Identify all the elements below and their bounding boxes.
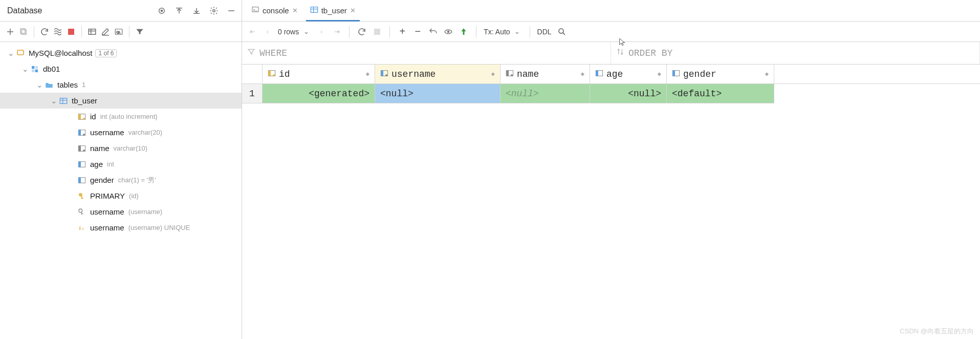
column-header-age[interactable]: age◆ (590, 65, 667, 83)
table-view-icon[interactable] (87, 27, 97, 37)
query-console-icon[interactable]: QL (114, 27, 124, 37)
add-row-icon[interactable]: + (397, 27, 407, 37)
svg-point-2 (213, 9, 215, 12)
svg-rect-9 (32, 66, 34, 69)
tree-key-index[interactable]: username (username) (0, 204, 242, 220)
dropdown-icon[interactable]: ⌄ (301, 27, 311, 37)
stop-icon[interactable] (66, 27, 76, 37)
ddl-button[interactable]: DDL (537, 28, 552, 36)
refresh-schema-icon[interactable] (53, 27, 63, 37)
orderby-filter[interactable]: ORDER BY (611, 42, 980, 64)
tree-schema[interactable]: ⌄ db01 (0, 61, 242, 77)
svg-text:U: U (82, 227, 84, 230)
column-icon (595, 69, 603, 79)
prev-page-icon[interactable]: ‹ (263, 27, 273, 37)
refresh-icon[interactable] (39, 27, 50, 37)
svg-rect-11 (32, 69, 34, 72)
folder-icon (44, 81, 54, 89)
svg-rect-8 (17, 50, 24, 55)
svg-rect-18 (78, 130, 81, 135)
table-icon (310, 6, 318, 15)
tree-key-unique[interactable]: iU username (username) UNIQUE (0, 220, 242, 236)
pk-column-icon (77, 113, 87, 120)
row-number-header (242, 65, 263, 83)
submit-icon[interactable] (459, 27, 469, 37)
cell-id[interactable]: <generated> (263, 84, 375, 103)
sidebar-toolbar: QL (0, 22, 242, 42)
collapse-bottom-icon[interactable] (191, 6, 202, 16)
column-icon (77, 161, 87, 168)
first-page-icon[interactable]: ⇤ (247, 27, 257, 37)
tree-column-gender[interactable]: gender char(1) = '男' (0, 172, 242, 188)
add-icon[interactable] (5, 27, 15, 37)
column-header-username[interactable]: username◆ (375, 65, 500, 83)
search-icon[interactable] (557, 27, 567, 37)
stop-reload-icon[interactable] (372, 27, 382, 37)
watermark: CSDN @向着五星的方向 (900, 327, 974, 336)
tree-column-username[interactable]: username varchar(20) (0, 124, 242, 140)
close-icon[interactable]: ✕ (292, 7, 298, 14)
table-row[interactable]: 1 <generated> <null> <null> <null> <defa… (242, 84, 980, 103)
svg-point-16 (83, 118, 85, 120)
svg-point-1 (161, 10, 163, 11)
cell-username[interactable]: <null> (375, 84, 500, 103)
column-icon (672, 69, 680, 79)
svg-rect-48 (596, 70, 598, 76)
tree-datasource[interactable]: ⌄ MySQL@localhost 1 of 6 (0, 45, 242, 61)
svg-rect-15 (78, 114, 81, 119)
revert-icon[interactable] (428, 27, 438, 37)
gear-icon[interactable] (209, 6, 219, 16)
collapse-top-icon[interactable] (174, 6, 184, 16)
filter-funnel-icon[interactable] (135, 27, 145, 37)
tree-column-id[interactable]: id int (auto increment) (0, 109, 242, 124)
schema-icon (30, 65, 40, 73)
filter-bar: WHERE ORDER BY (242, 42, 980, 65)
cell-name[interactable]: <null> (500, 84, 590, 103)
target-icon[interactable] (157, 6, 167, 16)
column-header-gender[interactable]: gender◆ (667, 65, 774, 83)
database-sidebar: Database QL ⌄ (0, 0, 242, 339)
cell-gender[interactable]: <default> (667, 84, 774, 103)
tree-column-age[interactable]: age int (0, 156, 242, 172)
chevron-down-icon: ⌄ (50, 96, 57, 105)
svg-point-22 (83, 150, 85, 152)
remove-row-icon[interactable]: − (412, 27, 423, 37)
sidebar-title: Database (7, 6, 157, 15)
sort-icon (616, 48, 624, 58)
svg-point-19 (83, 134, 85, 136)
svg-rect-42 (381, 70, 383, 76)
database-tree: ⌄ MySQL@localhost 1 of 6 ⌄ db01 ⌄ tables… (0, 42, 242, 339)
tx-mode-label[interactable]: Tx: Auto (484, 28, 510, 36)
next-page-icon[interactable]: › (316, 27, 326, 37)
reload-icon[interactable] (357, 27, 367, 37)
tree-column-name[interactable]: name varchar(10) (0, 140, 242, 156)
copy-icon[interactable] (18, 27, 29, 37)
tab-tb_user[interactable]: tb_user ✕ (305, 1, 361, 21)
chevron-down-icon: ⌄ (36, 80, 43, 90)
row-number: 1 (242, 84, 263, 103)
last-page-icon[interactable]: ⇥ (332, 27, 342, 37)
tab-console[interactable]: console ✕ (246, 1, 303, 21)
tree-table-tb_user[interactable]: ⌄ tb_user (0, 93, 242, 109)
data-grid: id◆ username◆ name◆ age◆ gender◆ (242, 65, 980, 103)
tree-key-primary[interactable]: PRIMARY (id) (0, 188, 242, 204)
sidebar-header: Database (0, 0, 242, 22)
preview-changes-icon[interactable] (443, 27, 453, 37)
column-header-id[interactable]: id◆ (263, 65, 375, 83)
tree-tables-folder[interactable]: ⌄ tables 1 (0, 77, 242, 93)
row-count-label[interactable]: 0 rows (278, 28, 299, 36)
svg-text:QL: QL (117, 31, 121, 34)
minimize-icon[interactable] (226, 6, 236, 16)
column-icon (506, 69, 514, 79)
cell-age[interactable]: <null> (590, 84, 667, 103)
editor-tabs: console ✕ tb_user ✕ (242, 0, 980, 22)
column-header-name[interactable]: name◆ (500, 65, 590, 83)
dropdown-icon[interactable]: ⌄ (512, 27, 522, 37)
column-icon (77, 177, 87, 184)
edit-icon[interactable] (100, 27, 111, 37)
close-icon[interactable]: ✕ (350, 7, 356, 14)
console-icon (251, 6, 259, 15)
chevron-down-icon: ⌄ (21, 65, 29, 74)
where-filter[interactable]: WHERE (242, 42, 611, 64)
svg-point-36 (448, 31, 449, 32)
